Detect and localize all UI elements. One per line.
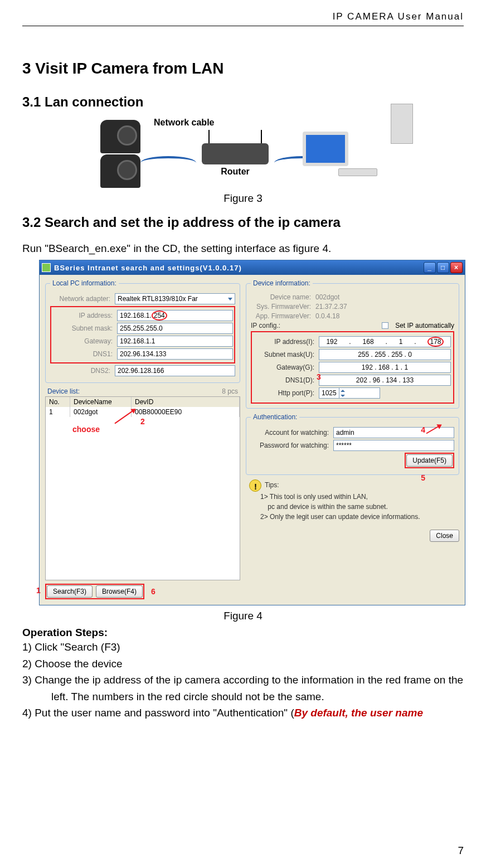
tips-line-1: 1> This tool is only used within LAN, bbox=[249, 492, 459, 502]
dev-dns-label: DNS1(D): bbox=[254, 376, 314, 384]
page-number: 7 bbox=[458, 845, 464, 857]
col-no: No. bbox=[46, 397, 70, 407]
browse-button[interactable]: Browse(F4) bbox=[96, 585, 143, 598]
warning-icon bbox=[249, 479, 261, 492]
device-count: 8 pcs bbox=[222, 387, 238, 395]
cable-left bbox=[140, 156, 196, 163]
dev-gateway-field[interactable]: 192 . 168 . 1 . 1 bbox=[319, 362, 451, 373]
device-row[interactable]: 1 002dgot 00B80000EE90 bbox=[46, 407, 240, 417]
local-ip-field[interactable]: 192.168.1.254 bbox=[117, 310, 233, 321]
dns2-label: DNS2: bbox=[50, 367, 110, 375]
local-ip-last-octet: 254 bbox=[152, 311, 167, 321]
monitor-icon bbox=[303, 132, 348, 166]
device-name-value: 002dgot bbox=[315, 293, 339, 301]
dev-ip-field[interactable]: 192.168.1.178 bbox=[319, 336, 451, 347]
maximize-button[interactable]: □ bbox=[437, 262, 449, 273]
local-dns1-field[interactable]: 202.96.134.133 bbox=[117, 348, 233, 360]
annotation-num-1: 1 bbox=[36, 586, 41, 595]
annotation-num-2: 2 bbox=[140, 417, 145, 426]
device-list-header: No. DeviceName DevID bbox=[46, 397, 240, 407]
bsearch-window: BSeries Intranet search and settings(V1.… bbox=[39, 260, 465, 605]
device-list-table[interactable]: No. DeviceName DevID 1 002dgot 00B80000E… bbox=[45, 396, 240, 580]
tips-line-3: 2> Only the legit user can update device… bbox=[249, 512, 459, 522]
network-adapter-select[interactable]: Realtek RTL8139/810x Far bbox=[115, 293, 235, 304]
auth-group: Authentication: Account for watching: ad… bbox=[246, 413, 459, 475]
step-4-red: By default, the user name bbox=[294, 707, 423, 719]
port-stepper[interactable] bbox=[339, 388, 347, 398]
password-field[interactable]: ****** bbox=[333, 440, 454, 451]
subnet-mask-label: Subnet mask: bbox=[52, 324, 113, 332]
local-pc-group: Local PC information: Network adapter: R… bbox=[45, 279, 240, 383]
figure-3-diagram: Network cable Router bbox=[65, 120, 421, 188]
dns1-label: DNS1: bbox=[52, 350, 113, 358]
router-label: Router bbox=[196, 167, 274, 177]
dev-port-field[interactable]: 1025 bbox=[319, 387, 380, 399]
device-info-legend: Device information: bbox=[251, 279, 313, 287]
figure-4-caption: Figure 4 bbox=[22, 610, 464, 622]
tips-box: Tips: 1> This tool is only used within L… bbox=[246, 479, 459, 522]
local-dns2-field[interactable]: 202.96.128.166 bbox=[115, 365, 235, 376]
window-title: BSeries Intranet search and settings(V1.… bbox=[54, 264, 242, 272]
dev-subnet-field[interactable]: 255 . 255 . 255 . 0 bbox=[319, 349, 451, 360]
header-rule bbox=[22, 26, 464, 26]
app-fw-value: 0.0.4.18 bbox=[315, 312, 339, 320]
ip-config-label: IP config.: bbox=[251, 322, 280, 329]
update-button[interactable]: Update(F5) bbox=[406, 454, 453, 467]
choose-label: choose bbox=[72, 425, 100, 434]
operation-steps-heading: Operation Steps: bbox=[22, 627, 464, 639]
device-name-label: Device name: bbox=[251, 293, 311, 301]
local-ip-prefix: 192.168.1. bbox=[120, 312, 152, 319]
set-ip-auto-checkbox[interactable] bbox=[382, 322, 388, 329]
titlebar: BSeries Intranet search and settings(V1.… bbox=[40, 260, 465, 275]
device-info-group: Device information: Device name:002dgot … bbox=[246, 279, 459, 409]
minimize-button[interactable]: _ bbox=[424, 262, 436, 273]
set-ip-auto-label: Set IP automatically bbox=[395, 322, 454, 329]
col-devid: DevID bbox=[132, 397, 240, 407]
network-cable-label: Network cable bbox=[154, 118, 214, 128]
cell-no: 1 bbox=[46, 407, 70, 417]
tips-label: Tips: bbox=[265, 482, 279, 489]
app-icon bbox=[42, 263, 51, 272]
local-subnet-field[interactable]: 255.255.255.0 bbox=[117, 323, 233, 334]
camera-icon bbox=[100, 154, 140, 188]
cell-id: 00B80000EE90 bbox=[132, 407, 240, 417]
step-4: 4) Put the user name and password into "… bbox=[22, 705, 464, 721]
local-gateway-field[interactable]: 192.168.1.1 bbox=[117, 336, 233, 347]
pc-tower-icon bbox=[391, 104, 413, 144]
intro-text: Run "BSearch_en.exe" in the CD, the sett… bbox=[22, 240, 464, 256]
dev-gateway-label: Gateway(G): bbox=[254, 363, 314, 371]
running-title: IP CAMERA User Manual bbox=[22, 11, 464, 22]
figure-3-caption: Figure 3 bbox=[22, 192, 464, 205]
dev-port-value: 1025 bbox=[322, 389, 337, 397]
network-adapter-label: Network adapter: bbox=[50, 295, 110, 303]
close-button[interactable]: × bbox=[450, 262, 463, 273]
cell-name: 002dgot bbox=[70, 407, 132, 417]
auth-legend: Authentication: bbox=[251, 413, 299, 421]
account-field[interactable]: admin bbox=[333, 427, 454, 438]
account-label: Account for watching: bbox=[251, 429, 329, 437]
annotation-num-3: 3 bbox=[317, 372, 321, 381]
annotation-num-6: 6 bbox=[151, 587, 155, 596]
gateway-label: Gateway: bbox=[52, 337, 113, 345]
dev-dns-field[interactable]: 202 . 96 . 134 . 133 bbox=[319, 375, 451, 386]
local-pc-legend: Local PC information: bbox=[50, 279, 119, 287]
dev-subnet-label: Subnet mask(U): bbox=[254, 351, 314, 358]
annotation-num-5: 5 bbox=[421, 473, 425, 482]
tips-line-2: pc and device is within the same subnet. bbox=[249, 502, 459, 512]
annotation-num-4: 4 bbox=[421, 425, 425, 434]
col-devicename: DeviceName bbox=[70, 397, 132, 407]
router-icon bbox=[202, 143, 269, 164]
device-list-legend: Device list: bbox=[47, 387, 80, 395]
close-app-button[interactable]: Close bbox=[430, 530, 459, 542]
search-button[interactable]: Search(F3) bbox=[47, 585, 93, 598]
section-heading: 3 Visit IP Camera from LAN bbox=[22, 60, 464, 77]
ip-address-label: IP address: bbox=[52, 312, 113, 319]
step-2: 2) Choose the device bbox=[22, 656, 464, 672]
subsection-heading-3-2: 3.2 Search and set the ip address of the… bbox=[22, 215, 464, 230]
step-3: 3) Change the ip address of the ip camer… bbox=[22, 672, 464, 705]
camera-icon bbox=[100, 120, 140, 153]
app-fw-label: App. FirmwareVer: bbox=[251, 312, 311, 320]
step-1: 1) Click "Search (F3) bbox=[22, 639, 464, 655]
dev-ip-label: IP address(I): bbox=[254, 338, 314, 346]
dev-port-label: Http port(P): bbox=[254, 389, 314, 397]
